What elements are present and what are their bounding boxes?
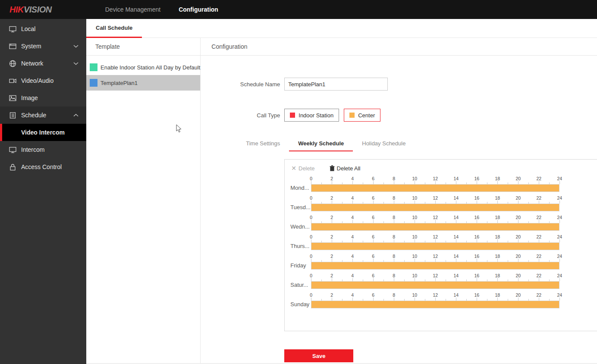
schedule-bar[interactable] [311,242,559,250]
tick-mark [352,259,353,262]
day-timeline[interactable]: 024681012141618202224 [311,254,560,270]
save-button[interactable]: Save [284,349,353,362]
tick-mark [539,181,539,184]
sidebar-item-video-audio[interactable]: Video/Audio [0,72,86,89]
sidebar-item-network[interactable]: Network [0,55,86,72]
tick-mark [477,278,477,281]
hour-tick-label: 10 [412,234,417,239]
camcorder-icon [9,77,16,85]
hour-tick-label: 0 [310,215,312,220]
window-icon [9,43,16,50]
main-content: Call Schedule Template Enable Indoor Sta… [86,19,597,364]
hour-tick-label: 6 [372,254,374,259]
tick-mark [518,298,518,301]
hour-tick-label: 8 [393,292,395,298]
sidebar-item-local[interactable]: Local [0,20,86,38]
hour-tick-label: 2 [330,215,333,220]
schedule-bar[interactable] [311,281,559,289]
tick-mark [456,201,456,204]
delete-all-button[interactable]: Delete All [330,165,361,172]
tick-mark [415,278,415,281]
tick-mark [518,201,518,204]
page-tab-bar: Call Schedule [86,19,597,38]
day-timeline[interactable]: 024681012141618202224 [311,215,560,231]
sidebar-item-intercom[interactable]: Intercom [0,141,86,158]
center-color-swatch [349,113,355,118]
hour-tick-label: 2 [330,273,333,278]
schedule-bar[interactable] [311,223,559,231]
hour-tick-label: 18 [495,234,500,239]
delete-button[interactable]: ✕ Delete [291,165,314,172]
day-timeline[interactable]: 024681012141618202224 [311,195,560,211]
tick-mark [435,259,436,262]
tick-mark [456,259,456,262]
tick-mark [311,298,311,301]
schedule-day-row: Mond...024681012141618202224 [285,176,597,192]
sidebar-item-access-control[interactable]: Access Control [0,158,86,176]
day-label: Thurs... [290,243,311,250]
tick-mark [518,278,518,281]
tick-mark [373,278,374,281]
tick-mark [311,181,311,184]
hour-tick-label: 4 [351,195,354,201]
template-item[interactable]: Enable Indoor Station All Day by Default [86,60,200,75]
sidebar-item-video-intercom[interactable]: Video Intercom [0,124,86,141]
call-type-center-button[interactable]: Center [344,109,380,122]
tick-mark [373,181,374,184]
nav-device-management[interactable]: Device Management [105,6,160,13]
schedule-bar[interactable] [311,262,559,270]
tick-mark [477,259,477,262]
day-timeline[interactable]: 024681012141618202224 [311,273,560,289]
call-type-indoor-station-button[interactable]: Indoor Station [284,109,339,122]
day-timeline[interactable]: 024681012141618202224 [311,234,560,250]
template-color-swatch [90,79,97,87]
tab-time-settings[interactable]: Time Settings [246,140,289,151]
monitor-icon [9,146,16,154]
hour-tick-label: 18 [495,292,500,298]
day-timeline[interactable]: 024681012141618202224 [311,292,560,308]
schedule-bar[interactable] [311,204,559,211]
hour-tick-label: 22 [536,273,541,278]
tick-mark [435,239,436,242]
nav-configuration[interactable]: Configuration [179,6,218,13]
hour-tick-label: 20 [515,273,521,278]
hour-tick-label: 10 [412,176,417,181]
tick-mark [559,181,560,184]
tick-mark [559,201,560,204]
hour-tick-label: 6 [372,273,374,278]
tick-mark [477,298,477,301]
tick-mark [352,278,353,281]
weekly-toolbar: ✕ Delete Delete All [285,160,597,173]
schedule-name-label: Schedule Name [201,81,284,88]
tick-mark [311,201,311,204]
tick-mark [456,239,456,242]
tick-mark [539,239,539,242]
tick-mark [394,201,394,204]
tab-weekly-schedule[interactable]: Weekly Schedule [289,140,353,151]
tick-mark [332,201,332,204]
tick-mark [518,239,518,242]
tab-call-schedule[interactable]: Call Schedule [86,19,142,38]
sidebar-item-schedule[interactable]: Schedule [0,107,86,124]
hour-tick-label: 20 [515,215,521,220]
day-timeline[interactable]: 024681012141618202224 [311,176,560,192]
hour-tick-label: 22 [536,254,541,259]
schedule-day-row: Sunday024681012141618202224 [285,292,597,308]
tick-mark [559,239,560,242]
hour-tick-label: 14 [453,215,459,220]
hour-tick-label: 12 [433,215,438,220]
template-item[interactable]: TemplatePlan1 [86,75,200,91]
tick-mark [518,181,518,184]
hour-tick-label: 6 [372,215,374,220]
sidebar-item-image[interactable]: Image [0,89,86,107]
tick-mark [456,298,456,301]
tick-mark [518,220,518,223]
schedule-bar[interactable] [311,301,559,308]
schedule-bar[interactable] [311,184,559,192]
hour-tick-label: 14 [453,254,459,259]
sidebar-item-system[interactable]: System [0,38,86,55]
tab-holiday-schedule[interactable]: Holiday Schedule [353,140,415,151]
schedule-name-input[interactable] [284,78,388,91]
hour-tick-label: 22 [536,195,541,201]
hour-tick-label: 8 [393,254,395,259]
